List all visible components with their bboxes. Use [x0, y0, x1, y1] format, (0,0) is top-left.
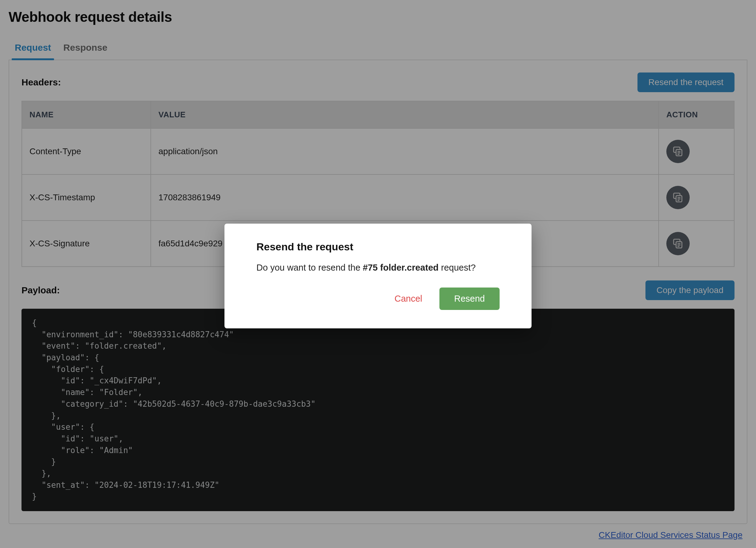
modal-message-prefix: Do you want to resend the: [256, 262, 363, 272]
modal-message: Do you want to resend the #75 folder.cre…: [256, 262, 500, 273]
modal-message-bold: #75 folder.created: [363, 262, 439, 272]
modal-message-suffix: request?: [438, 262, 476, 272]
resend-confirm-modal: Resend the request Do you want to resend…: [224, 223, 532, 329]
modal-overlay[interactable]: Resend the request Do you want to resend…: [0, 0, 756, 548]
resend-button[interactable]: Resend: [439, 288, 500, 310]
cancel-button[interactable]: Cancel: [391, 289, 426, 309]
modal-title: Resend the request: [256, 241, 500, 253]
